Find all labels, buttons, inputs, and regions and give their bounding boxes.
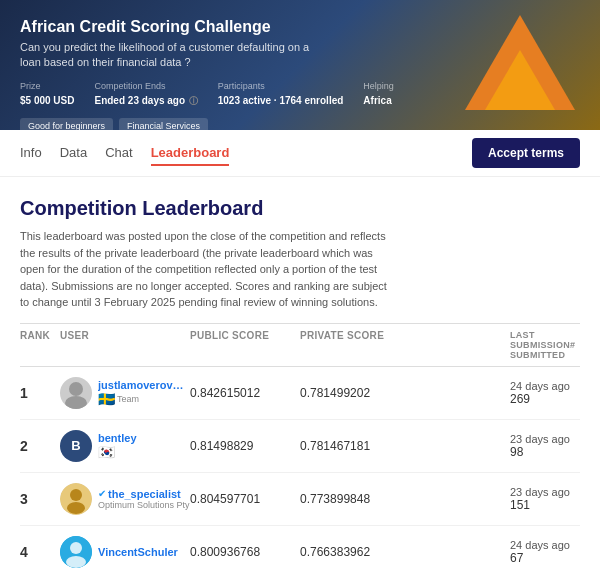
col-private-score: PRIVATE SCORE: [300, 330, 420, 360]
last-sub-3: 23 days ago: [510, 486, 580, 498]
svg-point-3: [70, 489, 82, 501]
nav-leaderboard[interactable]: Leaderboard: [151, 141, 230, 166]
competition-ends-info: Competition Ends Ended 23 days ago ⓘ: [94, 81, 197, 108]
helping-label: Helping: [363, 81, 394, 91]
svg-point-4: [67, 502, 85, 514]
sub-count-1: 269: [510, 392, 580, 406]
nav-chat[interactable]: Chat: [105, 141, 132, 166]
user-info-4: VincentSchuler: [98, 546, 178, 558]
user-cell-4: VincentSchuler: [60, 536, 190, 568]
table-row: 2 B bentley 🇰🇷 0.81498829 0.781467181 23…: [20, 420, 580, 473]
avatar-2: B: [60, 430, 92, 462]
rank-1: 1: [20, 385, 60, 401]
flag-2: 🇰🇷: [98, 444, 115, 460]
hero-title: African Credit Scoring Challenge: [20, 18, 580, 36]
svg-point-6: [70, 542, 82, 554]
participants-label: Participants: [218, 81, 344, 91]
prize-info: Prize $5 000 USD: [20, 81, 74, 108]
participants-info: Participants 1023 active · 1764 enrolled: [218, 81, 344, 108]
col-public-score: PUBLIC SCORE: [190, 330, 300, 360]
col-user: USER: [60, 330, 190, 360]
sub-count-4: 67: [510, 551, 580, 565]
team-1: Team: [117, 394, 139, 404]
public-score-4: 0.800936768: [190, 545, 300, 559]
private-score-2: 0.781467181: [300, 439, 420, 453]
verified-icon-3: ✔: [98, 488, 106, 499]
navigation: Info Data Chat Leaderboard Accept terms: [0, 130, 600, 177]
submission-info-4: 24 days ago 67: [510, 539, 580, 565]
helping-info: Helping Africa: [363, 81, 394, 108]
nav-data[interactable]: Data: [60, 141, 87, 166]
last-sub-2: 23 days ago: [510, 433, 580, 445]
ends-label: Competition Ends: [94, 81, 197, 91]
last-sub-4: 24 days ago: [510, 539, 580, 551]
hero-banner: African Credit Scoring Challenge Can you…: [0, 0, 600, 130]
table-header: RANK USER PUBLIC SCORE PRIVATE SCORE LAS…: [20, 323, 580, 367]
ends-value: Ended 23 days ago: [94, 95, 185, 106]
avatar-1: [60, 377, 92, 409]
public-score-2: 0.81498829: [190, 439, 300, 453]
rank-3: 3: [20, 491, 60, 507]
submission-info-1: 24 days ago 269: [510, 380, 580, 406]
username-3[interactable]: the_specialist: [108, 488, 181, 500]
user-info-3: ✔ the_specialist Optimum Solutions Pty: [98, 488, 190, 510]
svg-point-1: [65, 396, 87, 409]
hero-tag-sector: Financial Services: [119, 118, 208, 130]
participants-value: 1023 active · 1764 enrolled: [218, 95, 344, 106]
submission-info-3: 23 days ago 151: [510, 486, 580, 512]
main-content: Competition Leaderboard This leaderboard…: [0, 177, 600, 570]
prize-value: $5 000 USD: [20, 95, 74, 106]
svg-point-0: [69, 382, 83, 396]
svg-point-7: [66, 556, 86, 568]
private-score-1: 0.781499202: [300, 386, 420, 400]
table-row: 3 ✔ the_specialist Optimum Solutions Pty…: [20, 473, 580, 526]
nav-info[interactable]: Info: [20, 141, 42, 166]
username-2[interactable]: bentley: [98, 432, 137, 444]
rank-2: 2: [20, 438, 60, 454]
public-score-3: 0.804597701: [190, 492, 300, 506]
col-rank: RANK: [20, 330, 60, 360]
table-row: 4 VincentSchuler 0.800936768 0.766383962…: [20, 526, 580, 571]
col-last-submission: LAST SUBMISSION# SUBMITTED: [510, 330, 580, 360]
user-cell-2: B bentley 🇰🇷: [60, 430, 190, 462]
hero-meta: Prize $5 000 USD Competition Ends Ended …: [20, 81, 580, 108]
last-sub-1: 24 days ago: [510, 380, 580, 392]
nav-links: Info Data Chat Leaderboard: [20, 141, 472, 166]
user-info-2: bentley 🇰🇷: [98, 432, 137, 460]
hero-tags: Good for beginners Financial Services: [20, 118, 580, 130]
user-info-1: justlamoveroverfi... 🇸🇪 Team: [98, 379, 188, 407]
team-3: Optimum Solutions Pty: [98, 500, 190, 510]
avatar-3: [60, 483, 92, 515]
avatar-4: [60, 536, 92, 568]
submission-info-2: 23 days ago 98: [510, 433, 580, 459]
prize-label: Prize: [20, 81, 74, 91]
leaderboard-description: This leaderboard was posted upon the clo…: [20, 228, 390, 311]
sub-count-2: 98: [510, 445, 580, 459]
leaderboard-title: Competition Leaderboard: [20, 197, 580, 220]
table-row: 1 justlamoveroverfi... 🇸🇪 Team 0.8426150…: [20, 367, 580, 420]
hero-tag-beginners: Good for beginners: [20, 118, 113, 130]
helping-value: Africa: [363, 95, 391, 106]
hero-description: Can you predict the likelihood of a cust…: [20, 40, 320, 71]
accept-terms-button[interactable]: Accept terms: [472, 138, 580, 168]
flag-1: 🇸🇪: [98, 391, 115, 407]
private-score-3: 0.773899848: [300, 492, 420, 506]
public-score-1: 0.842615012: [190, 386, 300, 400]
private-score-4: 0.766383962: [300, 545, 420, 559]
username-1[interactable]: justlamoveroverfi...: [98, 379, 188, 391]
user-cell-3: ✔ the_specialist Optimum Solutions Pty: [60, 483, 190, 515]
user-cell-1: justlamoveroverfi... 🇸🇪 Team: [60, 377, 190, 409]
username-4[interactable]: VincentSchuler: [98, 546, 178, 558]
col-empty: [420, 330, 510, 360]
rank-4: 4: [20, 544, 60, 560]
sub-count-3: 151: [510, 498, 580, 512]
